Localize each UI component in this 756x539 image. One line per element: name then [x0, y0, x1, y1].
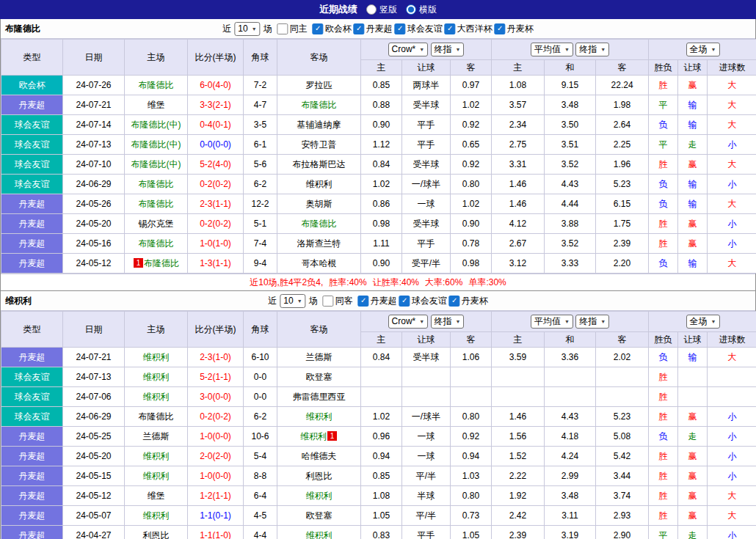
- competition-badge[interactable]: 欧会杯: [1, 76, 63, 95]
- competition-badge[interactable]: 丹麦超: [1, 447, 63, 466]
- home-team[interactable]: 维积利: [125, 348, 188, 367]
- home-team[interactable]: 维积利: [125, 387, 188, 407]
- score[interactable]: 2-0(2-0): [188, 447, 244, 466]
- scope-select[interactable]: 全场▼: [686, 43, 720, 56]
- home-team[interactable]: 布隆德比(中): [125, 155, 188, 175]
- competition-badge[interactable]: 丹麦超: [1, 234, 63, 254]
- score[interactable]: 0-4(0-1): [188, 115, 244, 135]
- score[interactable]: 0-0(0-0): [188, 135, 244, 155]
- home-team[interactable]: 兰德斯: [125, 427, 188, 447]
- score[interactable]: 1-3(1-1): [188, 254, 244, 274]
- league-filter-checkbox[interactable]: ✓ 丹麦杯: [495, 23, 534, 35]
- league-filter-checkbox[interactable]: ✓ 球会友谊: [399, 295, 447, 307]
- layout-radio[interactable]: 横版: [406, 4, 437, 16]
- away-team[interactable]: 维积利1: [277, 427, 361, 447]
- competition-badge[interactable]: 球会友谊: [1, 155, 63, 175]
- away-team[interactable]: 奥胡斯: [277, 194, 361, 214]
- score[interactable]: 1-0(1-0): [188, 234, 244, 254]
- away-team[interactable]: 利恩比: [277, 466, 361, 486]
- home-team[interactable]: 布隆德比: [125, 76, 188, 95]
- score[interactable]: 1-1(1-0): [188, 526, 244, 539]
- away-team[interactable]: 哈维德夫: [277, 447, 361, 466]
- away-team[interactable]: 维积利: [277, 175, 361, 194]
- score[interactable]: 3-0(0-0): [188, 387, 244, 407]
- avg-stage-select[interactable]: 终指▼: [575, 315, 609, 329]
- league-filter-checkbox[interactable]: ✓ 丹麦超: [354, 23, 393, 35]
- competition-badge[interactable]: 丹麦超: [1, 214, 63, 234]
- away-team[interactable]: 欧登塞: [277, 506, 361, 526]
- competition-badge[interactable]: 丹麦超: [1, 466, 63, 486]
- away-team[interactable]: 兰德斯: [277, 348, 361, 367]
- scope-select[interactable]: 全场▼: [686, 315, 720, 329]
- home-team[interactable]: 布隆德比: [125, 407, 188, 427]
- competition-badge[interactable]: 球会友谊: [1, 175, 63, 194]
- home-team[interactable]: 锡尔克堡: [125, 214, 188, 234]
- same-venue-checkbox[interactable]: ✓ 同主: [277, 23, 308, 35]
- away-team[interactable]: 维积利: [277, 407, 361, 427]
- away-team[interactable]: 布隆德比: [277, 214, 361, 234]
- home-team[interactable]: 1布隆德比: [125, 254, 188, 274]
- away-team[interactable]: 布隆德比: [277, 95, 361, 115]
- match-count-select[interactable]: 10▼: [234, 22, 260, 36]
- home-team[interactable]: 维积利: [125, 367, 188, 387]
- avg-stage-select[interactable]: 终指▼: [575, 43, 609, 56]
- competition-badge[interactable]: 球会友谊: [1, 115, 63, 135]
- score[interactable]: 5-2(1-1): [188, 367, 244, 387]
- score[interactable]: 2-3(1-1): [188, 194, 244, 214]
- home-team[interactable]: 维积利: [125, 447, 188, 466]
- league-filter-checkbox[interactable]: ✓ 欧会杯: [313, 23, 352, 35]
- score[interactable]: 1-0(0-0): [188, 466, 244, 486]
- home-team[interactable]: 布隆德比: [125, 194, 188, 214]
- home-team[interactable]: 维堡: [125, 95, 188, 115]
- league-filter-checkbox[interactable]: ✓ 球会友谊: [395, 23, 443, 35]
- competition-badge[interactable]: 丹麦超: [1, 427, 63, 447]
- away-team[interactable]: 基辅迪纳摩: [277, 115, 361, 135]
- competition-badge[interactable]: 球会友谊: [1, 367, 63, 387]
- layout-radio[interactable]: 竖版: [366, 4, 397, 16]
- competition-badge[interactable]: 丹麦超: [1, 526, 63, 539]
- competition-badge[interactable]: 丹麦超: [1, 194, 63, 214]
- competition-badge[interactable]: 丹麦超: [1, 95, 63, 115]
- league-filter-checkbox[interactable]: ✓ 丹麦超: [358, 295, 397, 307]
- competition-badge[interactable]: 丹麦超: [1, 506, 63, 526]
- away-team[interactable]: 哥本哈根: [277, 254, 361, 274]
- score[interactable]: 5-2(4-0): [188, 155, 244, 175]
- score[interactable]: 1-0(0-0): [188, 427, 244, 447]
- home-team[interactable]: 布隆德比: [125, 175, 188, 194]
- home-team[interactable]: 布隆德比: [125, 234, 188, 254]
- score[interactable]: 2-3(1-0): [188, 348, 244, 367]
- avg-source-select[interactable]: 平均值▼: [531, 43, 573, 56]
- away-team[interactable]: 洛斯查兰特: [277, 234, 361, 254]
- bookmaker-select[interactable]: Crow*▼: [388, 43, 429, 56]
- away-team[interactable]: 维积利: [277, 526, 361, 539]
- score[interactable]: 0-2(0-2): [188, 175, 244, 194]
- home-team[interactable]: 利恩比: [125, 526, 188, 539]
- odds-stage-select[interactable]: 终指▼: [431, 43, 465, 56]
- home-team[interactable]: 布隆德比(中): [125, 115, 188, 135]
- home-team[interactable]: 维积利: [125, 506, 188, 526]
- league-filter-checkbox[interactable]: ✓ 大西洋杯: [445, 23, 493, 35]
- score[interactable]: 0-2(0-2): [188, 407, 244, 427]
- odds-stage-select[interactable]: 终指▼: [431, 315, 465, 329]
- away-team[interactable]: 罗拉匹: [277, 76, 361, 95]
- score[interactable]: 3-3(2-1): [188, 95, 244, 115]
- away-team[interactable]: 安特卫普: [277, 135, 361, 155]
- match-count-select[interactable]: 10▼: [280, 294, 305, 308]
- score[interactable]: 1-2(1-1): [188, 486, 244, 506]
- competition-badge[interactable]: 球会友谊: [1, 407, 63, 427]
- home-team[interactable]: 维堡: [125, 486, 188, 506]
- competition-badge[interactable]: 丹麦超: [1, 486, 63, 506]
- away-team[interactable]: 维积利: [277, 486, 361, 506]
- score[interactable]: 6-0(4-0): [188, 76, 244, 95]
- league-filter-checkbox[interactable]: ✓ 丹麦杯: [449, 295, 488, 307]
- away-team[interactable]: 弗雷德里西亚: [277, 387, 361, 407]
- score[interactable]: 0-2(0-2): [188, 214, 244, 234]
- competition-badge[interactable]: 球会友谊: [1, 387, 63, 407]
- competition-badge[interactable]: 丹麦超: [1, 254, 63, 274]
- home-team[interactable]: 维积利: [125, 466, 188, 486]
- avg-source-select[interactable]: 平均值▼: [531, 315, 573, 329]
- away-team[interactable]: 布拉格斯巴达: [277, 155, 361, 175]
- same-venue-checkbox[interactable]: ✓ 同客: [323, 295, 353, 307]
- competition-badge[interactable]: 丹麦超: [1, 348, 63, 367]
- bookmaker-select[interactable]: Crow*▼: [388, 315, 429, 329]
